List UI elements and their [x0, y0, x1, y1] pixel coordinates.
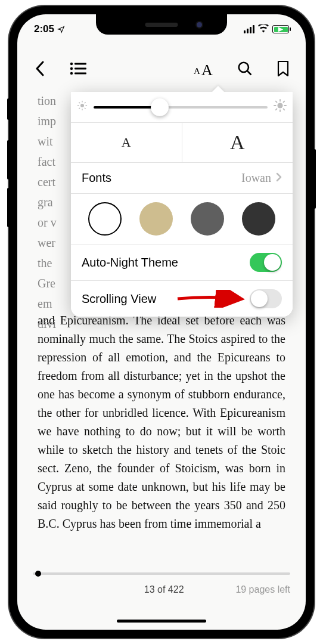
table-of-contents-button[interactable]	[67, 58, 89, 79]
battery-icon: ▶	[272, 25, 289, 33]
page-text-visible: and Epicureanism. The ideal set before e…	[38, 311, 285, 533]
home-indicator[interactable]	[117, 620, 206, 623]
theme-gray-button[interactable]	[191, 202, 224, 236]
svg-text:A: A	[194, 66, 200, 76]
appearance-button[interactable]: AA	[191, 58, 218, 79]
scrolling-view-toggle[interactable]	[250, 289, 282, 308]
bookmark-button[interactable]	[272, 58, 294, 79]
reader-toolbar: AA	[17, 52, 306, 85]
svg-rect-3	[74, 68, 86, 70]
auto-night-label: Auto-Night Theme	[82, 256, 250, 270]
theme-row	[71, 194, 293, 244]
svg-text:A: A	[201, 61, 213, 76]
font-size-row: A A	[71, 123, 293, 163]
increase-font-button[interactable]: A	[182, 123, 293, 162]
device-notch	[96, 14, 227, 35]
page-counter: 13 of 422	[92, 584, 235, 595]
svg-point-4	[70, 72, 73, 75]
cellular-signal-icon	[244, 25, 254, 33]
scrolling-view-row: Scrolling View	[71, 281, 293, 317]
search-button[interactable]	[234, 58, 256, 79]
decrease-font-button[interactable]: A	[71, 126, 182, 159]
status-time: 2:05	[34, 23, 65, 35]
svg-point-0	[70, 63, 73, 65]
chevron-right-icon	[276, 171, 282, 185]
theme-white-button[interactable]	[88, 202, 122, 236]
svg-rect-1	[74, 63, 86, 65]
reading-progress-thumb[interactable]	[35, 571, 41, 577]
auto-night-row: Auto-Night Theme	[71, 244, 293, 281]
fonts-value: Iowan	[241, 171, 271, 185]
appearance-popover: A A Fonts Iowan Auto-Night Theme	[71, 92, 293, 317]
fonts-row[interactable]: Fonts Iowan	[71, 163, 293, 194]
brightness-slider[interactable]	[94, 106, 268, 109]
brightness-high-icon	[274, 99, 287, 115]
theme-dark-button[interactable]	[242, 202, 275, 236]
svg-point-10	[277, 103, 282, 108]
brightness-thumb[interactable]	[151, 98, 169, 116]
theme-sepia-button[interactable]	[139, 202, 173, 236]
pages-left: 19 pages left	[235, 584, 290, 595]
brightness-slider-row	[71, 92, 293, 123]
svg-rect-5	[74, 73, 86, 75]
back-button[interactable]	[29, 58, 51, 79]
fonts-label: Fonts	[82, 171, 111, 185]
page-text-obscured: tion imp wit fact cert gra or v wer the …	[38, 91, 57, 334]
svg-point-9	[80, 104, 84, 107]
reading-progress-bar[interactable]	[33, 572, 290, 575]
svg-point-2	[70, 67, 73, 70]
auto-night-toggle[interactable]	[250, 253, 282, 272]
brightness-low-icon	[77, 100, 88, 114]
annotation-arrow	[175, 290, 246, 308]
wifi-icon	[258, 24, 269, 35]
page-footer: 13 of 422 19 pages left	[17, 584, 306, 595]
